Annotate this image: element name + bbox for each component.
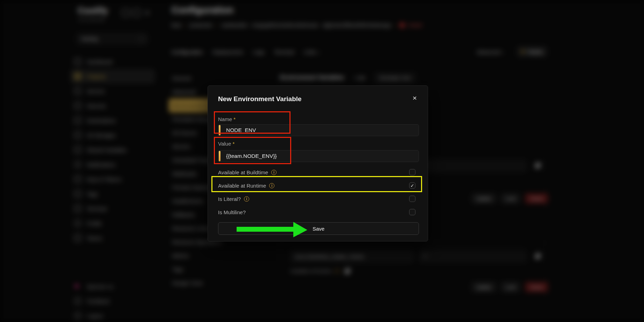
required-asterisk: *: [233, 116, 236, 122]
checkmark-icon: ✓: [411, 183, 414, 188]
is-literal-label: Is Literal?: [218, 196, 241, 202]
new-env-variable-modal: New Environment Variable × Name * Value …: [208, 85, 428, 241]
name-field-label: Name *: [218, 116, 418, 123]
available-at-buildtime-row: Available at Buildtime i: [218, 166, 418, 179]
available-at-runtime-row: Available at Runtime i ✓: [218, 179, 418, 192]
modal-title: New Environment Variable: [218, 95, 418, 103]
available-at-runtime-checkbox[interactable]: ✓: [409, 182, 415, 189]
value-field-label: Value *: [218, 140, 418, 147]
info-icon[interactable]: i: [271, 170, 276, 175]
close-icon[interactable]: ×: [410, 93, 419, 103]
required-asterisk: *: [232, 141, 234, 147]
value-input[interactable]: [218, 150, 419, 162]
is-literal-checkbox[interactable]: [409, 196, 415, 202]
checkbox-group: Available at Buildtime i Available at Ru…: [218, 166, 418, 219]
is-multiline-checkbox[interactable]: [409, 209, 415, 215]
input-accent-bar: [219, 125, 220, 135]
app-screenshot: Coolify v4.0.0-beta.360 ≡ / Dashboard Pr…: [0, 0, 644, 322]
is-literal-row: Is Literal? i: [218, 192, 418, 205]
save-button[interactable]: Save: [218, 222, 419, 235]
is-multiline-label: Is Multiline?: [218, 209, 246, 215]
name-input[interactable]: [218, 124, 419, 136]
input-accent-bar: [219, 151, 220, 161]
available-at-runtime-label: Available at Runtime: [218, 183, 266, 189]
info-icon[interactable]: i: [244, 196, 249, 202]
is-multiline-row: Is Multiline?: [218, 205, 418, 219]
available-at-buildtime-checkbox[interactable]: [409, 169, 415, 175]
info-icon[interactable]: i: [269, 183, 274, 188]
available-at-buildtime-label: Available at Buildtime: [218, 169, 268, 175]
